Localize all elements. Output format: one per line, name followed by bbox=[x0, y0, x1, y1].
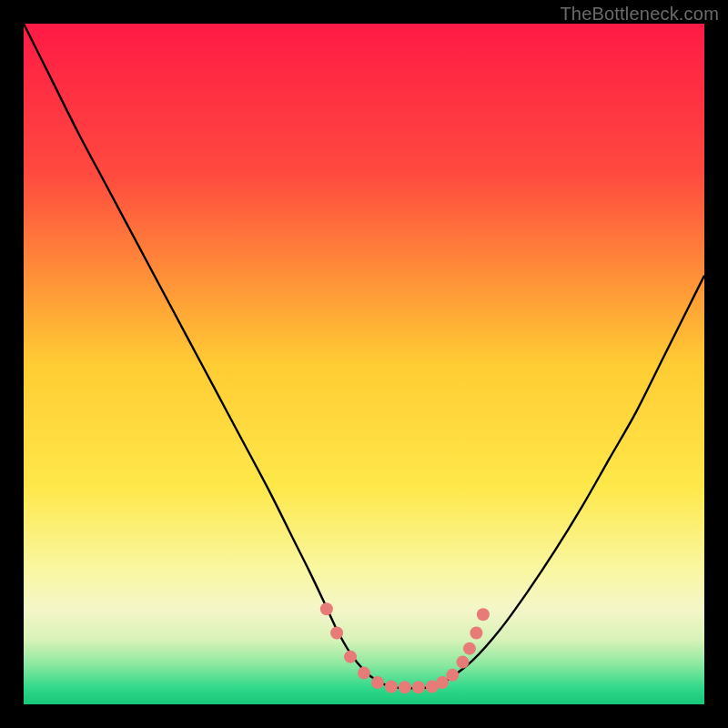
watermark-text: TheBottleneck.com bbox=[560, 4, 719, 25]
marker-dot bbox=[385, 681, 398, 693]
marker-dot bbox=[436, 676, 449, 689]
marker-dot bbox=[399, 681, 411, 693]
marker-dot bbox=[463, 642, 476, 655]
marker-dot bbox=[320, 602, 333, 615]
marker-dot bbox=[344, 651, 357, 663]
marker-dot bbox=[446, 669, 459, 682]
plot-area bbox=[24, 24, 704, 704]
chart-frame: TheBottleneck.com bbox=[0, 0, 728, 728]
marker-dot bbox=[330, 626, 343, 639]
marker-dot bbox=[412, 681, 425, 693]
marker-dot bbox=[477, 608, 490, 621]
marker-dot bbox=[358, 667, 370, 680]
marker-dot bbox=[456, 656, 469, 669]
bottleneck-curve-chart bbox=[24, 24, 704, 704]
marker-dot bbox=[371, 676, 384, 689]
gradient-background bbox=[24, 24, 704, 704]
marker-dot bbox=[470, 626, 482, 639]
